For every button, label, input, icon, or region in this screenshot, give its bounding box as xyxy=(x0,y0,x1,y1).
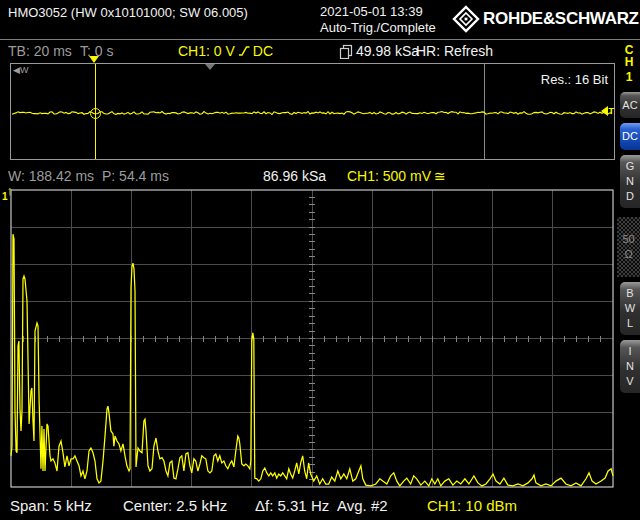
softkey-50ω[interactable]: 50Ω xyxy=(617,217,640,277)
header-separator xyxy=(0,39,640,40)
ch1-scale-readout: CH1: 500 mV ≅ xyxy=(347,168,446,184)
ch1-trigger-level: CH1: 0 V xyxy=(178,43,235,59)
softkey-bwl[interactable]: BWL xyxy=(620,282,640,335)
ch1-trigger-coupling: DC xyxy=(253,43,273,59)
trigger-level-icon[interactable]: T xyxy=(601,106,615,116)
rising-edge-icon xyxy=(238,44,250,58)
span-readout: Span: 5 kHz xyxy=(10,497,92,514)
rohde-schwarz-logo-icon xyxy=(452,5,480,33)
channel-1-label: CH1 xyxy=(618,44,640,83)
arrow-up-icon: ↑ xyxy=(7,183,14,202)
fft-position-readout: P: 54.4 ms xyxy=(102,168,169,184)
center-readout: Center: 2.5 kHz xyxy=(123,497,227,514)
acquire-mode-readout: HR: Refresh xyxy=(416,43,493,59)
softkey-gnd[interactable]: GND xyxy=(620,155,640,208)
fft-spectrum-plot xyxy=(10,189,614,488)
coupling-symbol-icon: ≅ xyxy=(434,168,446,184)
marker-triangle[interactable] xyxy=(205,64,215,70)
acquisition-memory-icon xyxy=(339,44,353,59)
average-readout: Avg. #2 xyxy=(337,497,388,514)
sample-count-readout: 49.98 kSa xyxy=(356,43,419,59)
acquisition-status: Auto-Trig./Complete xyxy=(320,20,436,35)
ch1-level-readout: CH1: 10 dBm xyxy=(427,497,517,514)
ch1-time-trace xyxy=(11,64,614,159)
oscilloscope-screen: HMO3052 (HW 0x10101000; SW 06.005) 2021-… xyxy=(0,0,640,520)
trigger-point-marker[interactable] xyxy=(90,108,101,119)
softkey-dc[interactable]: DC xyxy=(620,123,640,150)
brand-name: ROHDE&SCHWARZ xyxy=(483,9,639,29)
timebase-readout: TB: 20 ms xyxy=(8,43,72,59)
softkey-inv[interactable]: INV xyxy=(620,340,640,393)
fft-samples-readout: 86.96 kSa xyxy=(263,168,326,184)
fft-window-width-readout: W: 188.42 ms xyxy=(8,168,94,184)
datetime: 2021-05-01 13:39 xyxy=(320,4,423,19)
trigger-position-icon[interactable] xyxy=(89,56,99,63)
device-title: HMO3052 (HW 0x10101000; SW 06.005) xyxy=(8,5,248,20)
softkey-ac[interactable]: AC xyxy=(620,92,640,118)
trace-reference-marker[interactable]: 1 ↑ xyxy=(2,186,13,202)
ch1-trigger-readout: CH1: 0 V DC xyxy=(178,43,273,59)
overview-waveform-window: ◀W Res.: 16 Bit T xyxy=(10,63,615,160)
delta-f-readout: Δf: 5.31 Hz xyxy=(255,497,329,514)
